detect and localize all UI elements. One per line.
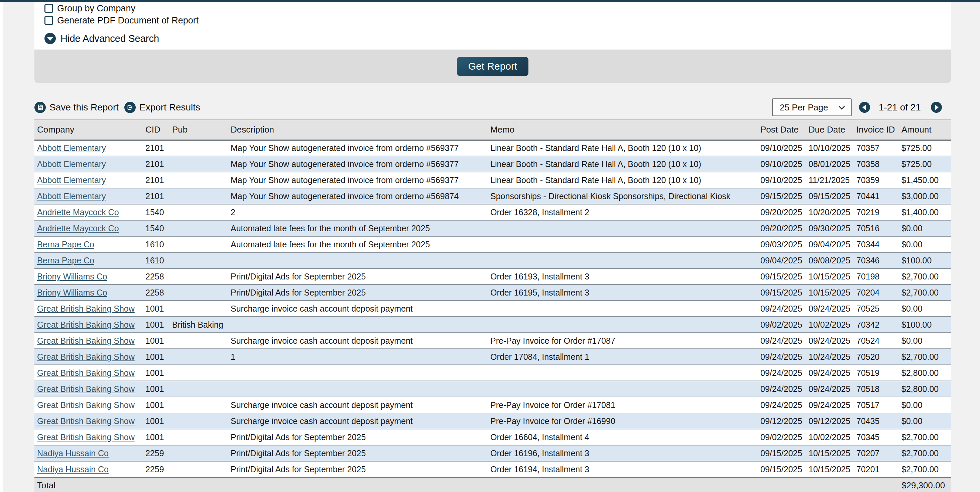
- pub-cell: [169, 252, 228, 268]
- pub-cell: [169, 429, 228, 445]
- cid-cell: 1610: [143, 236, 169, 252]
- column-header-description: Description: [228, 120, 488, 140]
- company-link[interactable]: Great British Baking Show: [37, 304, 135, 313]
- due-date-cell: 10/15/2025: [806, 284, 854, 300]
- save-report-button[interactable]: Save this Report: [34, 102, 119, 113]
- company-link[interactable]: Andriette Maycock Co: [37, 224, 119, 233]
- table-row: Great British Baking Show 1001 Surcharge…: [34, 413, 951, 429]
- company-cell: Abbott Elementary: [34, 140, 143, 156]
- due-date-cell: 11/21/2025: [806, 172, 854, 188]
- memo-cell: Pre-Pay Invoice for Order #17081: [488, 397, 758, 413]
- company-link[interactable]: Nadiya Hussain Co: [37, 449, 109, 458]
- column-header-due-date: Due Date: [806, 120, 854, 140]
- cid-cell: 1001: [143, 397, 169, 413]
- hide-advanced-search-toggle[interactable]: Hide Advanced Search: [45, 33, 159, 44]
- chevron-left-icon: [862, 105, 866, 110]
- due-date-cell: 09/24/2025: [806, 333, 854, 349]
- company-link[interactable]: Berna Pape Co: [37, 240, 94, 249]
- total-amount: $29,300.00: [899, 477, 951, 492]
- pub-cell: [169, 140, 228, 156]
- pub-cell: [169, 445, 228, 461]
- company-link[interactable]: Great British Baking Show: [37, 352, 135, 361]
- company-link[interactable]: Great British Baking Show: [37, 320, 135, 329]
- table-row: Great British Baking Show 1001 Surcharge…: [34, 397, 951, 413]
- table-header-row: Company CID Pub Description Memo Post Da…: [34, 120, 951, 140]
- invoice-id-cell: 70519: [854, 365, 899, 381]
- due-date-cell: 09/08/2025: [806, 252, 854, 268]
- company-link[interactable]: Abbott Elementary: [37, 192, 106, 201]
- column-header-pub: Pub: [169, 120, 228, 140]
- export-results-button[interactable]: Export Results: [124, 102, 200, 113]
- company-link[interactable]: Great British Baking Show: [37, 433, 135, 442]
- chevron-down-circle-icon: [45, 33, 56, 44]
- company-link[interactable]: Great British Baking Show: [37, 368, 135, 377]
- description-cell: [228, 252, 488, 268]
- invoice-id-cell: 70517: [854, 397, 899, 413]
- invoice-id-cell: 70359: [854, 172, 899, 188]
- cid-cell: 1001: [143, 333, 169, 349]
- invoice-id-cell: 70524: [854, 333, 899, 349]
- pub-cell: [169, 268, 228, 284]
- due-date-cell: 10/20/2025: [806, 204, 854, 220]
- company-link[interactable]: Briony Williams Co: [37, 272, 107, 281]
- amount-cell: $0.00: [899, 333, 951, 349]
- invoice-id-cell: 70345: [854, 429, 899, 445]
- due-date-cell: 10/15/2025: [806, 461, 854, 477]
- amount-cell: $725.00: [899, 156, 951, 172]
- description-cell: [228, 381, 488, 397]
- description-cell: Print/Digital Ads for September 2025: [228, 445, 488, 461]
- pub-cell: [169, 172, 228, 188]
- company-link[interactable]: Andriette Maycock Co: [37, 208, 119, 217]
- due-date-cell: 10/15/2025: [806, 445, 854, 461]
- get-report-button[interactable]: Get Report: [457, 57, 529, 76]
- company-cell: Nadiya Hussain Co: [34, 461, 143, 477]
- amount-cell: $725.00: [899, 140, 951, 156]
- amount-cell: $3,000.00: [899, 188, 951, 204]
- due-date-cell: 10/02/2025: [806, 429, 854, 445]
- company-link[interactable]: Abbott Elementary: [37, 143, 106, 153]
- memo-cell: Pre-Pay Invoice for Order #17087: [488, 333, 758, 349]
- description-cell: Print/Digital Ads for September 2025: [228, 268, 488, 284]
- group-by-company-checkbox[interactable]: [45, 4, 53, 13]
- memo-cell: Order 16195, Installment 3: [488, 284, 758, 300]
- pub-cell: [169, 204, 228, 220]
- amount-cell: $2,800.00: [899, 365, 951, 381]
- company-link[interactable]: Great British Baking Show: [37, 336, 135, 345]
- company-cell: Great British Baking Show: [34, 365, 143, 381]
- cid-cell: 2101: [143, 172, 169, 188]
- amount-cell: $2,700.00: [899, 349, 951, 365]
- save-icon: [34, 102, 46, 113]
- pub-cell: [169, 461, 228, 477]
- previous-page-button[interactable]: [859, 102, 870, 113]
- memo-cell: Order 16604, Installment 4: [488, 429, 758, 445]
- company-link[interactable]: Nadiya Hussain Co: [37, 465, 109, 474]
- amount-cell: $0.00: [899, 413, 951, 429]
- company-link[interactable]: Briony Williams Co: [37, 288, 107, 297]
- column-header-invoice-id: Invoice ID: [854, 120, 899, 140]
- company-cell: Great British Baking Show: [34, 333, 143, 349]
- memo-cell: Linear Booth - Standard Rate Hall A, Boo…: [488, 140, 758, 156]
- memo-cell: [488, 252, 758, 268]
- next-page-button[interactable]: [931, 102, 942, 113]
- amount-cell: $2,800.00: [899, 381, 951, 397]
- company-link[interactable]: Abbott Elementary: [37, 176, 106, 185]
- per-page-select[interactable]: 25 Per Page: [772, 98, 852, 116]
- company-link[interactable]: Great British Baking Show: [37, 400, 135, 410]
- due-date-cell: 10/10/2025: [806, 140, 854, 156]
- company-cell: Great British Baking Show: [34, 316, 143, 333]
- table-row: Nadiya Hussain Co 2259 Print/Digital Ads…: [34, 445, 951, 461]
- generate-pdf-checkbox[interactable]: [45, 16, 53, 25]
- pub-cell: [169, 300, 228, 316]
- company-cell: Berna Pape Co: [34, 252, 143, 268]
- due-date-cell: 10/02/2025: [806, 316, 854, 333]
- amount-cell: $0.00: [899, 236, 951, 252]
- company-link[interactable]: Great British Baking Show: [37, 416, 135, 426]
- pub-cell: [169, 365, 228, 381]
- page-left-edge: [0, 2, 3, 492]
- company-link[interactable]: Abbott Elementary: [37, 159, 106, 169]
- table-row: Briony Williams Co 2258 Print/Digital Ad…: [34, 268, 951, 284]
- company-link[interactable]: Berna Pape Co: [37, 256, 94, 265]
- company-link[interactable]: Great British Baking Show: [37, 384, 135, 394]
- memo-cell: Order 16194, Installment 3: [488, 461, 758, 477]
- company-cell: Andriette Maycock Co: [34, 204, 143, 220]
